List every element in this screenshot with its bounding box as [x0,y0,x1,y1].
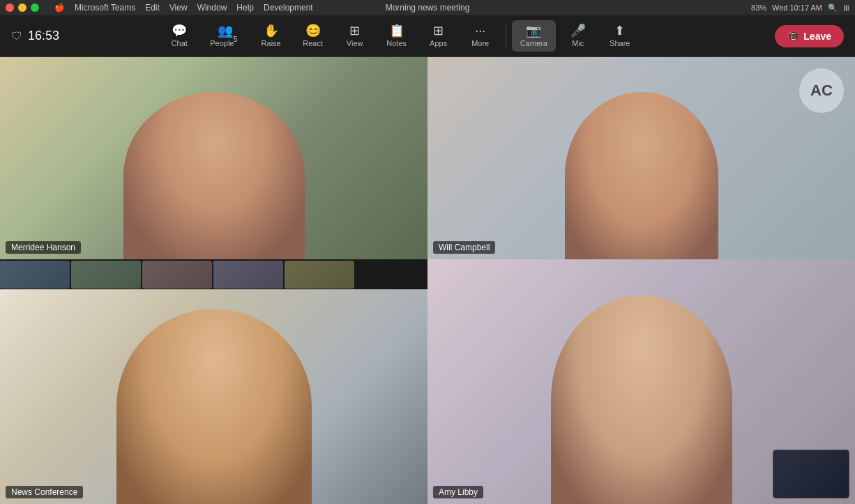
control-center-icon[interactable]: ⊞ [843,3,849,13]
search-icon[interactable]: 🔍 [828,3,838,13]
people-label: People 5 [210,39,240,47]
view-button[interactable]: ⊞ View [335,20,374,52]
amy-name: Amy Libby [433,486,483,498]
strip-thumb-2-bg [71,261,141,289]
self-view-pip[interactable] [773,450,849,498]
phone-icon: 📵 [787,31,799,42]
react-label: React [303,39,323,47]
camera-off-icon: 📷 [526,24,541,37]
strip-thumb-3-bg [142,261,212,289]
apple-menu[interactable]: 🍎 [54,3,65,13]
strip-thumb-4[interactable] [213,261,283,289]
view-icon: ⊞ [349,24,360,37]
raise-button[interactable]: ✋ Raise [252,20,291,52]
react-button[interactable]: 😊 React [294,20,333,52]
merridee-person [123,92,305,259]
shield-icon: 🛡 [11,30,22,43]
menu-development[interactable]: Development [264,3,313,13]
share-label: Share [610,39,630,47]
news-name: News Conference [6,486,83,498]
share-button[interactable]: ⬆ Share [600,20,640,52]
participant-tile-news[interactable]: News Conference [0,289,428,504]
more-button[interactable]: ··· More [461,20,500,52]
amy-person [551,295,732,504]
mic-label: Mic [572,39,584,47]
maximize-button[interactable] [31,3,39,12]
strip-thumb-1-bg [0,261,70,289]
camera-label: Camera [520,39,547,47]
ac-avatar: AC [799,68,844,113]
raise-icon: ✋ [264,24,279,37]
mic-icon: 🎤 [570,24,586,37]
menu-edit[interactable]: Edit [145,3,160,13]
meeting-timer: 16:53 [28,29,59,43]
share-icon: ⬆ [614,24,625,37]
close-button[interactable] [6,3,14,12]
merridee-name: Merridee Hanson [6,241,81,254]
strip-thumb-5-bg [285,261,354,289]
will-name: Will Campbell [433,241,495,254]
strip-thumb-4-bg [213,261,283,289]
camera-button[interactable]: 📷 Camera [512,20,556,52]
app-name: Microsoft Teams [75,3,135,13]
will-person [565,92,718,259]
menu-view[interactable]: View [169,3,188,13]
mic-button[interactable]: 🎤 Mic [559,20,598,52]
participant-tile-merridee[interactable]: Merridee Hanson [0,57,428,259]
participant-tile-will[interactable]: AC Will Campbell [428,57,855,259]
view-label: View [347,39,363,47]
meeting-title: Morning news meeting [386,3,470,13]
self-view-background [773,450,849,498]
people-icon: 👥 [218,24,233,37]
toolbar-center: 💬 Chat 👥 People 5 ✋ Raise 😊 React ⊞ View… [95,20,704,52]
menu-bar: 🍎 Microsoft Teams Edit View Window Help … [54,3,313,13]
strip-thumb-3[interactable] [142,261,212,289]
menu-window[interactable]: Window [197,3,227,13]
leave-label: Leave [803,31,831,42]
toolbar-divider [506,24,506,49]
more-label: More [471,39,489,47]
notes-label: Notes [386,39,407,47]
leave-button[interactable]: 📵 Leave [775,25,844,47]
strip-thumb-5[interactable] [285,261,354,289]
video-grid: Merridee Hanson AC Will Campbell News Co… [0,57,855,504]
battery-status: 83% [751,3,766,12]
apps-label: Apps [430,39,447,47]
titlebar: 🍎 Microsoft Teams Edit View Window Help … [0,0,855,15]
strip-thumb-1[interactable] [0,261,70,289]
news-person [116,309,312,504]
participant-tile-amy[interactable]: Amy Libby [428,259,855,504]
minimize-button[interactable] [18,3,27,12]
system-status: 83% Wed 10:17 AM 🔍 ⊞ [751,3,849,13]
notes-button[interactable]: 📋 Notes [377,20,416,52]
menu-help[interactable]: Help [236,3,254,13]
clock: Wed 10:17 AM [772,3,822,12]
strip-thumb-2[interactable] [71,261,141,289]
chat-button[interactable]: 💬 Chat [160,20,199,52]
people-button[interactable]: 👥 People 5 [202,20,248,52]
toolbar-left: 🛡 16:53 [11,29,95,43]
more-icon: ··· [475,24,485,37]
toolbar-right: 📵 Leave [704,25,844,47]
chat-label: Chat [172,39,188,47]
meeting-toolbar: 🛡 16:53 💬 Chat 👥 People 5 ✋ Raise 😊 Reac… [0,15,855,57]
titlebar-left: 🍎 Microsoft Teams Edit View Window Help … [6,3,313,13]
raise-label: Raise [262,39,281,47]
react-icon: 😊 [305,24,321,37]
notes-icon: 📋 [389,24,404,37]
chat-icon: 💬 [172,24,187,37]
participant-strip [0,259,428,289]
apps-icon: ⊞ [433,24,444,37]
apps-button[interactable]: ⊞ Apps [419,20,458,52]
